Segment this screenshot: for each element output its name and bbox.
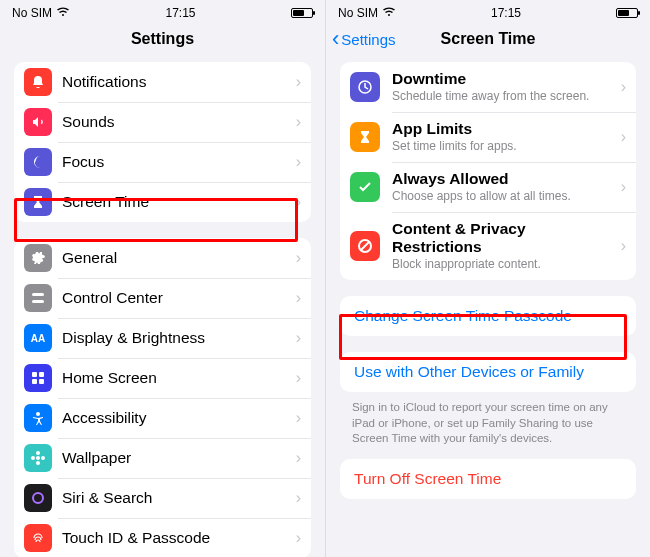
row-app-limits[interactable]: App Limits Set time limits for apps. › bbox=[340, 112, 636, 162]
svg-rect-1 bbox=[32, 300, 44, 303]
svg-rect-3 bbox=[32, 372, 37, 377]
chevron-right-icon: › bbox=[296, 529, 301, 547]
chevron-right-icon: › bbox=[296, 489, 301, 507]
screen-time-screen: No SIM 17:15 ‹ Settings Screen Time bbox=[325, 0, 650, 557]
chevron-right-icon: › bbox=[296, 329, 301, 347]
row-notifications[interactable]: Notifications › bbox=[14, 62, 311, 102]
battery-icon bbox=[616, 8, 638, 18]
row-display-brightness[interactable]: AA Display & Brightness › bbox=[14, 318, 311, 358]
svg-rect-6 bbox=[39, 379, 44, 384]
speaker-icon bbox=[24, 108, 52, 136]
svg-point-11 bbox=[31, 456, 35, 460]
change-passcode-button[interactable]: Change Screen Time Passcode bbox=[340, 296, 636, 336]
moon-icon bbox=[24, 148, 52, 176]
content: Notifications › Sounds › Focus › bbox=[0, 56, 325, 557]
turn-off-group: Turn Off Screen Time bbox=[340, 459, 636, 499]
row-title: Downtime bbox=[392, 70, 615, 88]
aa-icon: AA bbox=[24, 324, 52, 352]
wifi-icon bbox=[56, 6, 70, 20]
nav-bar: Settings bbox=[0, 22, 325, 56]
change-passcode-group: Change Screen Time Passcode bbox=[340, 296, 636, 336]
chevron-right-icon: › bbox=[296, 289, 301, 307]
back-button[interactable]: ‹ Settings bbox=[332, 22, 396, 56]
svg-text:AA: AA bbox=[31, 333, 45, 344]
bell-icon bbox=[24, 68, 52, 96]
status-bar: No SIM 17:15 bbox=[0, 0, 325, 22]
row-home-screen[interactable]: Home Screen › bbox=[14, 358, 311, 398]
settings-screen: No SIM 17:15 Settings Notifications bbox=[0, 0, 325, 557]
chevron-right-icon: › bbox=[296, 369, 301, 387]
chevron-right-icon: › bbox=[621, 78, 626, 96]
check-icon bbox=[350, 172, 380, 202]
chevron-right-icon: › bbox=[296, 249, 301, 267]
row-screen-time[interactable]: Screen Time › bbox=[14, 182, 311, 222]
row-title: App Limits bbox=[392, 120, 615, 138]
chevron-right-icon: › bbox=[296, 73, 301, 91]
svg-point-10 bbox=[36, 461, 40, 465]
features-group: Downtime Schedule time away from the scr… bbox=[340, 62, 636, 280]
row-subtitle: Schedule time away from the screen. bbox=[392, 89, 615, 104]
clock-text: 17:15 bbox=[165, 6, 195, 20]
settings-group-1: Notifications › Sounds › Focus › bbox=[14, 62, 311, 222]
row-siri-search[interactable]: Siri & Search › bbox=[14, 478, 311, 518]
row-control-center[interactable]: Control Center › bbox=[14, 278, 311, 318]
wifi-icon bbox=[382, 6, 396, 20]
chevron-right-icon: › bbox=[621, 178, 626, 196]
row-accessibility[interactable]: Accessibility › bbox=[14, 398, 311, 438]
flower-icon bbox=[24, 444, 52, 472]
switches-icon bbox=[24, 284, 52, 312]
settings-group-2: General › Control Center › AA Display & … bbox=[14, 238, 311, 557]
row-title: Content & Privacy Restrictions bbox=[392, 220, 615, 256]
row-label: Change Screen Time Passcode bbox=[354, 307, 572, 325]
row-label: Sounds bbox=[62, 113, 115, 131]
row-content-privacy[interactable]: Content & Privacy Restrictions Block ina… bbox=[340, 212, 636, 280]
row-touchid-passcode[interactable]: Touch ID & Passcode › bbox=[14, 518, 311, 557]
row-label: Display & Brightness bbox=[62, 329, 205, 347]
svg-point-7 bbox=[36, 412, 40, 416]
row-title: Always Allowed bbox=[392, 170, 615, 188]
page-title: Screen Time bbox=[441, 30, 536, 48]
content: Downtime Schedule time away from the scr… bbox=[326, 56, 650, 557]
chevron-left-icon: ‹ bbox=[332, 28, 339, 50]
svg-point-9 bbox=[36, 451, 40, 455]
chevron-right-icon: › bbox=[296, 449, 301, 467]
row-focus[interactable]: Focus › bbox=[14, 142, 311, 182]
row-label: Use with Other Devices or Family bbox=[354, 363, 584, 381]
row-label: General bbox=[62, 249, 117, 267]
svg-point-12 bbox=[41, 456, 45, 460]
row-general[interactable]: General › bbox=[14, 238, 311, 278]
row-always-allowed[interactable]: Always Allowed Choose apps to allow at a… bbox=[340, 162, 636, 212]
chevron-right-icon: › bbox=[296, 193, 301, 211]
row-label: Control Center bbox=[62, 289, 163, 307]
row-label: Touch ID & Passcode bbox=[62, 529, 210, 547]
chevron-right-icon: › bbox=[621, 237, 626, 255]
row-label: Screen Time bbox=[62, 193, 149, 211]
chevron-right-icon: › bbox=[296, 409, 301, 427]
row-label: Accessibility bbox=[62, 409, 146, 427]
nosign-icon bbox=[350, 231, 380, 261]
back-label: Settings bbox=[341, 31, 395, 48]
row-subtitle: Choose apps to allow at all times. bbox=[392, 189, 615, 204]
turn-off-button[interactable]: Turn Off Screen Time bbox=[340, 459, 636, 499]
status-bar: No SIM 17:15 bbox=[326, 0, 650, 22]
use-family-group: Use with Other Devices or Family bbox=[340, 352, 636, 392]
svg-rect-5 bbox=[32, 379, 37, 384]
grid-icon bbox=[24, 364, 52, 392]
row-sounds[interactable]: Sounds › bbox=[14, 102, 311, 142]
row-label: Focus bbox=[62, 153, 104, 171]
row-label: Notifications bbox=[62, 73, 146, 91]
carrier-text: No SIM bbox=[12, 6, 52, 20]
use-family-button[interactable]: Use with Other Devices or Family bbox=[340, 352, 636, 392]
svg-point-13 bbox=[33, 493, 43, 503]
svg-rect-0 bbox=[32, 293, 44, 296]
carrier-text: No SIM bbox=[338, 6, 378, 20]
row-subtitle: Block inappropriate content. bbox=[392, 257, 615, 272]
svg-rect-4 bbox=[39, 372, 44, 377]
row-label: Wallpaper bbox=[62, 449, 131, 467]
clock-text: 17:15 bbox=[491, 6, 521, 20]
row-subtitle: Set time limits for apps. bbox=[392, 139, 615, 154]
row-downtime[interactable]: Downtime Schedule time away from the scr… bbox=[340, 62, 636, 112]
row-wallpaper[interactable]: Wallpaper › bbox=[14, 438, 311, 478]
gear-icon bbox=[24, 244, 52, 272]
svg-point-8 bbox=[36, 456, 40, 460]
